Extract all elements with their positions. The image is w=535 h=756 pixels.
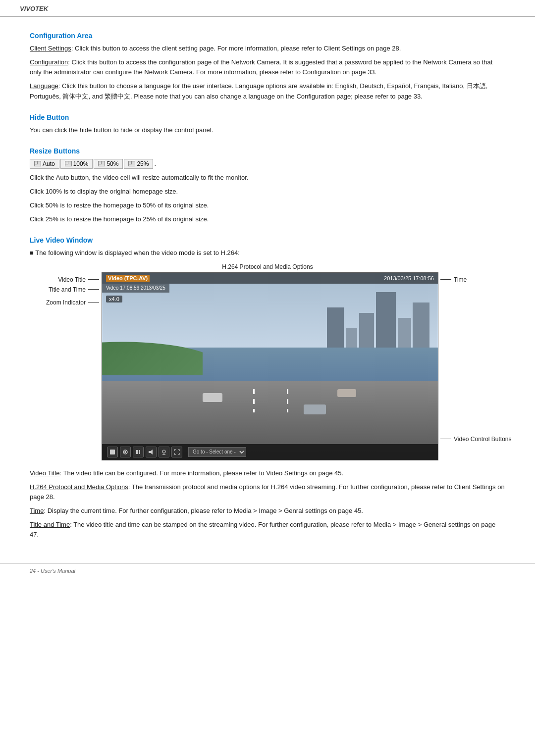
video-title-desc-label: Video Title [30, 469, 59, 477]
resize-desc2: Click 100% is to display the original ho… [30, 187, 505, 197]
video-title-bar: Video (TPC-AV) 2013/03/25 17:08:56 [102, 273, 438, 284]
language-para: Language: Click this button to choose a … [30, 81, 505, 101]
video-title-desc-text: : The video title can be configured. For… [59, 469, 343, 477]
svg-point-7 [162, 450, 165, 453]
top-bar: VIVOTEK [0, 0, 535, 17]
car-3 [337, 389, 356, 397]
video-subtitle-display: Video 17:08:56 2013/03/25 [106, 285, 165, 291]
client-settings-label: Client Settings [30, 45, 71, 52]
resize-btn-50[interactable]: 50% [94, 159, 123, 169]
video-window: Video (TPC-AV) 2013/03/25 17:08:56 Video… [102, 272, 438, 460]
road-line-1 [253, 389, 255, 413]
car-1 [203, 393, 222, 402]
time-desc-text: : Display the current time. For further … [44, 507, 363, 514]
h264-desc-para: H.264 Protocol and Media Options: The tr… [30, 482, 505, 502]
time-desc-label: Time [30, 507, 44, 514]
section-title-configuration: Configuration Area [30, 32, 505, 40]
mute-icon [148, 449, 154, 455]
label-title-time-text: Title and Time [49, 286, 86, 293]
video-intro: ■ The following window is displayed when… [30, 248, 505, 258]
resize-50-icon [98, 161, 105, 166]
right-label-time-text: Time [454, 276, 467, 283]
video-diagram-container: H.264 Protocol and Media Options Video T… [30, 263, 505, 460]
configuration-para: Configuration: Click this button to acce… [30, 57, 505, 77]
title-time-desc-text: : The video title and time can be stampe… [30, 521, 495, 538]
time-desc-para: Time: Display the current time. For furt… [30, 506, 505, 516]
label-zoom-line [88, 302, 99, 302]
left-label-title-time: Title and Time [49, 286, 99, 293]
right-label-controls-line [440, 439, 451, 439]
svg-point-2 [124, 451, 126, 453]
fullscreen-button[interactable] [171, 447, 182, 457]
title-time-desc-para: Title and Time: The video title and time… [30, 520, 505, 540]
right-label-time-line [440, 279, 451, 280]
right-labels: Time Video Control Buttons [440, 272, 519, 460]
label-title-time-line [88, 289, 99, 290]
mute-button[interactable] [146, 447, 157, 457]
svg-rect-5 [149, 451, 151, 453]
right-label-controls-text: Video Control Buttons [454, 436, 512, 443]
label-video-title-line [88, 279, 99, 280]
language-text: : Click this button to choose a language… [30, 82, 487, 100]
snapshot-button[interactable] [120, 447, 131, 457]
goto-select[interactable]: Go to - Select one - [188, 447, 246, 457]
talk-button[interactable] [159, 447, 169, 457]
resize-period: . [154, 160, 156, 167]
section-title-hide-button: Hide Button [30, 113, 505, 121]
resize-btn-100[interactable]: 100% [60, 159, 93, 169]
main-content: Configuration Area Client Settings: Clic… [0, 27, 535, 563]
resize-btn-25[interactable]: 25% [124, 159, 153, 169]
road-line-2 [287, 389, 288, 413]
resize-25-label: 25% [137, 160, 149, 167]
resize-25-icon [128, 161, 135, 166]
svg-rect-4 [139, 450, 140, 454]
resize-desc1: Click the Auto button, the video cell wi… [30, 173, 505, 183]
footer: 24 - User's Manual [0, 563, 535, 578]
resize-100-icon [65, 161, 72, 166]
record-button[interactable] [107, 447, 118, 457]
h264-desc-label: H.264 Protocol and Media Options [30, 483, 128, 491]
svg-rect-0 [110, 450, 115, 454]
snapshot-icon [122, 449, 128, 455]
client-settings-text: : Click this button to access the client… [71, 45, 401, 52]
record-icon [109, 449, 115, 455]
resize-buttons-row: Auto 100% 50% 25% . [30, 159, 505, 169]
language-label: Language [30, 82, 58, 90]
hide-button-desc: You can click the hide button to hide or… [30, 125, 505, 135]
left-label-zoom: Zoom Indicator [46, 299, 99, 306]
left-labels: Video Title Title and Time Zoom Indicato… [17, 272, 99, 460]
video-title-desc-para: Video Title: The video title can be conf… [30, 468, 505, 478]
resize-50-label: 50% [107, 160, 118, 167]
video-title-display: Video (TPC-AV) [106, 275, 150, 282]
left-label-video-title: Video Title [58, 276, 99, 283]
svg-marker-6 [151, 450, 153, 454]
car-2 [304, 404, 326, 414]
svg-rect-3 [136, 450, 138, 454]
talk-icon [161, 449, 167, 455]
resize-desc4: Click 25% is to resize the homepage to 2… [30, 214, 505, 224]
resize-btn-auto[interactable]: Auto [30, 159, 59, 169]
label-zoom-text: Zoom Indicator [46, 299, 86, 306]
resize-desc3: Click 50% is to resize the homepage to 5… [30, 201, 505, 210]
brand-label: VIVOTEK [20, 5, 48, 12]
video-subtitle-bar: Video 17:08:56 2013/03/25 [102, 284, 169, 293]
fullscreen-icon [174, 449, 180, 455]
configuration-text: : Click this button to access the config… [30, 58, 492, 76]
page-wrapper: VIVOTEK Configuration Area Client Settin… [0, 0, 535, 578]
resize-auto-icon [34, 161, 41, 166]
resize-auto-label: Auto [43, 160, 55, 167]
zoom-indicator: x4.0 [106, 296, 122, 302]
label-video-title-text: Video Title [58, 276, 86, 283]
control-bar: Go to - Select one - [102, 444, 438, 460]
section-title-resize-buttons: Resize Buttons [30, 147, 505, 155]
right-label-controls: Video Control Buttons [440, 436, 512, 443]
video-time-display: 2013/03/25 17:08:56 [384, 275, 434, 281]
footer-text: 24 - User's Manual [30, 568, 75, 574]
h264-label: H.264 Protocol and Media Options [222, 263, 313, 270]
pause-button[interactable] [133, 447, 144, 457]
pause-icon [135, 449, 141, 455]
client-settings-para: Client Settings: Click this button to ac… [30, 44, 505, 53]
title-time-desc-label: Title and Time [30, 521, 70, 528]
section-title-live-video: Live Video Window [30, 236, 505, 244]
resize-100-label: 100% [73, 160, 89, 167]
